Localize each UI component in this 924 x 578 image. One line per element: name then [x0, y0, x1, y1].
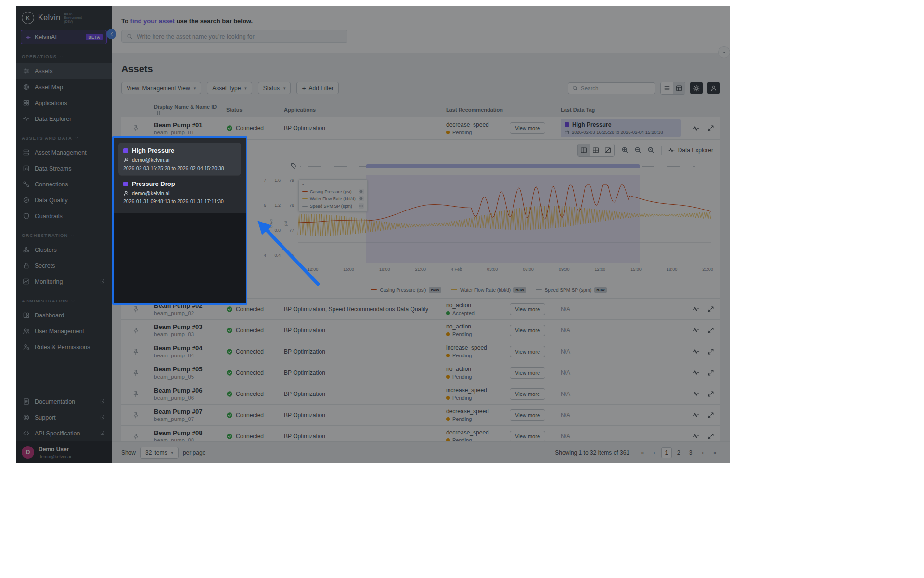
data-tag-item[interactable]: Pressure Drop demo@kelvin.ai 2026-01-31 …	[118, 175, 241, 209]
tag-author: demo@kelvin.ai	[132, 157, 169, 163]
app-window: K Kelvin BETA Environment (DEV) KelvinAI…	[16, 6, 730, 463]
person-icon	[123, 157, 129, 163]
tag-color-swatch	[123, 182, 128, 186]
tag-title: High Pressure	[132, 147, 174, 154]
person-icon	[123, 157, 129, 163]
data-tags-popup: High Pressure demo@kelvin.ai 2026-02-03 …	[112, 136, 247, 305]
tag-color-swatch	[123, 148, 128, 153]
tag-range: 2026-01-31 09:48:13 to 2026-01-31 17:11:…	[123, 198, 236, 204]
person-icon	[123, 190, 129, 196]
tag-title: Pressure Drop	[132, 180, 175, 187]
data-tag-item[interactable]: High Pressure demo@kelvin.ai 2026-02-03 …	[118, 143, 241, 175]
person-icon	[123, 190, 129, 196]
tag-author: demo@kelvin.ai	[132, 190, 169, 196]
tag-range: 2026-02-03 16:25:28 to 2026-02-04 15:20:…	[123, 165, 236, 171]
